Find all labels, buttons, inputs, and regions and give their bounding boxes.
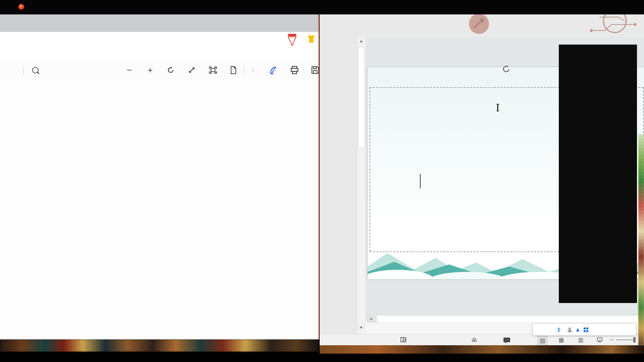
tell-me-lightbulb-icon[interactable] <box>632 20 640 31</box>
scroll-down-icon[interactable]: ▼ <box>357 323 365 331</box>
ime-mic-icon[interactable] <box>556 327 561 333</box>
page-view-icon[interactable] <box>230 61 237 79</box>
zoom-out-button[interactable]: − <box>127 61 132 79</box>
fit-width-icon[interactable] <box>188 61 196 79</box>
fit-page-icon[interactable] <box>209 61 217 79</box>
red-underline-annotation <box>151 107 184 109</box>
slide-horizontal-scrollbar[interactable]: ◂ <box>366 314 644 323</box>
scrollbar-track[interactable] <box>377 315 643 323</box>
pdf-document-page <box>0 79 320 340</box>
slide-thumbnail-panel: ▲ ▼ <box>320 37 366 334</box>
desktop-wallpaper-edge <box>638 134 644 345</box>
notes-icon <box>471 338 477 342</box>
scrollbar-thumb[interactable] <box>358 47 365 148</box>
pdf-toolbar: − + )) <box>0 61 320 79</box>
ime-skin-icon[interactable]: ▲ <box>575 326 581 333</box>
draw-pen-icon[interactable] <box>268 61 278 79</box>
toolbar-divider <box>23 66 24 74</box>
red-pen-tool-icon[interactable] <box>286 33 299 48</box>
rotate-icon[interactable] <box>167 61 175 79</box>
scroll-up-icon[interactable]: ▲ <box>357 37 365 45</box>
scroll-left-icon[interactable]: ◂ <box>366 315 376 322</box>
read-aloud-icon[interactable]: )) <box>252 61 254 79</box>
toolbar-divider <box>244 66 244 74</box>
meeting-participants-panel <box>559 45 637 303</box>
recording-bar <box>0 0 644 14</box>
zoom-slider[interactable] <box>616 334 635 346</box>
ime-toolbox-icon[interactable] <box>584 327 588 332</box>
browser-tab[interactable] <box>0 14 72 32</box>
reading-view-button[interactable]: ▥ <box>578 334 583 346</box>
text-caret <box>420 174 421 188</box>
text-highlight-tool-icon[interactable]: A <box>306 35 318 47</box>
ribbon-decoration <box>447 14 644 37</box>
zoom-in-button[interactable]: + <box>148 61 153 79</box>
rotate-handle-icon[interactable] <box>502 64 511 74</box>
print-icon[interactable] <box>290 61 299 79</box>
ime-toolbar[interactable]: ▲ <box>533 324 636 336</box>
screen: A − + )) <box>0 0 644 362</box>
search-icon[interactable] <box>32 61 39 79</box>
browser-tab-bar <box>0 14 320 32</box>
thumbnail-scrollbar[interactable]: ▲ ▼ <box>357 37 365 334</box>
ppt-ribbon <box>320 14 644 37</box>
spellcheck-icon[interactable] <box>400 334 407 346</box>
ppt-status-bar: ▤ ▦ ▥ − <box>320 334 644 346</box>
comment-icon <box>503 338 510 342</box>
svg-text:A: A <box>313 42 317 47</box>
slideshow-view-button[interactable] <box>597 334 603 346</box>
notes-toggle-button[interactable] <box>471 334 479 346</box>
annotation-toolbar: A <box>0 32 320 49</box>
red-circle-annotation <box>56 116 59 119</box>
zoom-out-button[interactable]: − <box>610 334 613 346</box>
ibeam-cursor: I <box>496 102 500 114</box>
slide-sorter-view-button[interactable]: ▦ <box>558 334 564 346</box>
desktop-wallpaper-strip <box>320 345 644 354</box>
ime-account-icon[interactable] <box>567 327 572 332</box>
red-circle-annotation <box>50 142 53 145</box>
browser-window: A − + )) <box>0 14 320 340</box>
desktop-wallpaper-strip <box>0 340 319 352</box>
comments-toggle-button[interactable] <box>503 334 512 346</box>
active-tool-underline <box>282 47 302 48</box>
selection-border-left[interactable] <box>370 87 370 251</box>
recording-dot-icon <box>18 4 24 10</box>
zoom-slider-thumb[interactable] <box>633 334 636 346</box>
red-circle-annotation <box>185 107 188 110</box>
